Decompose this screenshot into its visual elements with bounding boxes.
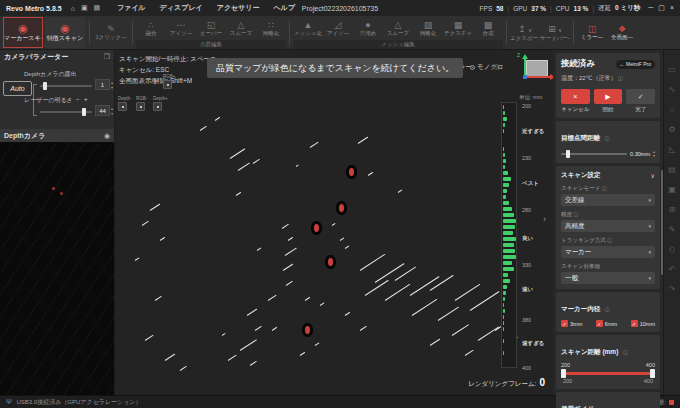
rgb-minus-button[interactable] [136, 102, 145, 111]
histogram-bar [503, 177, 511, 181]
exposure-slider[interactable] [40, 85, 92, 87]
third-party-button[interactable]: ⊞ ∨サードパー― [540, 24, 570, 42]
mirror-button[interactable]: ◫ミラー― [577, 24, 607, 41]
collapse-chevron-icon[interactable]: › [543, 214, 546, 224]
info-icon[interactable]: ⓘ [574, 211, 579, 217]
home-icon[interactable]: ⌂ [71, 5, 75, 12]
scale-zone-label: 遠い [522, 286, 533, 293]
tracking-select[interactable]: マーカー▾ [561, 246, 655, 258]
menu-2[interactable]: アクセサリー [217, 3, 260, 13]
marker-size-checkbox-6mm[interactable]: ✓6mm [596, 320, 617, 327]
cancel-button[interactable]: × [561, 89, 590, 104]
depth-minus-button[interactable] [118, 102, 127, 111]
close-button[interactable]: × [670, 4, 674, 12]
point-distance-slider[interactable] [561, 153, 627, 155]
fuse-button[interactable]: ∴融合 [136, 20, 166, 37]
point-cloud-streak [455, 284, 481, 301]
tool-group-0: ∴融合⋯アイソ―◱オーバー△スムーズ∷簡略化点群編集 [136, 16, 286, 49]
exposure-slider-handle[interactable] [43, 82, 47, 90]
mesh-simplify-button[interactable]: ▨簡略化 [413, 20, 443, 37]
feature-scan-button[interactable]: ◉特徴スキャン [45, 17, 85, 48]
histogram-bar [503, 339, 504, 343]
info-icon[interactable]: ⓘ [602, 185, 607, 191]
object-select[interactable]: 一般▾ [561, 272, 655, 284]
accuracy-select-value: 高精度 [565, 222, 585, 231]
histogram-bar [503, 105, 504, 109]
info-icon[interactable]: ⓘ [618, 75, 623, 81]
box-icon[interactable]: ▣ [668, 186, 676, 194]
mesh-isolation-button[interactable]: ◿アイソ― [323, 20, 353, 37]
mesh-smooth-button[interactable]: △スムーズ [383, 20, 413, 37]
merge-button[interactable]: ▩合成 [473, 20, 503, 37]
info-icon[interactable]: ⓘ [604, 135, 609, 141]
mesh-button[interactable]: ▲メッシュ化 [293, 20, 323, 37]
info-icon[interactable]: ⓘ [607, 237, 612, 243]
overlap-button[interactable]: ◱オーバー [196, 20, 226, 37]
scan-distance-low-handle[interactable] [561, 369, 566, 378]
isolation-button[interactable]: ⋯アイソ― [166, 20, 196, 37]
settings-icon[interactable]: ⚙ [668, 126, 675, 134]
scan-distance-slider[interactable]: 200 400 200 400 [561, 362, 655, 384]
redo-icon[interactable]: ↷ [669, 286, 676, 294]
diamond-icon[interactable]: ◇ [669, 246, 675, 254]
scan-distance-track[interactable] [563, 372, 653, 375]
scan-mode-select[interactable]: 交差線▾ [561, 194, 655, 206]
eye-icon[interactable]: ◉ [104, 132, 110, 140]
depth-plus-button[interactable] [153, 102, 162, 111]
point-distance-stepper[interactable]: ▴▾ [653, 150, 655, 158]
texture-button[interactable]: ▦テクスチャ [443, 20, 473, 37]
scan-viewport[interactable]: スキャン開始/一時停止: スペースキャンセル: ESC全画面表示/解除: Shi… [115, 50, 553, 395]
exposure-value[interactable]: 1 [95, 79, 110, 90]
popout-icon[interactable]: ❒ [104, 53, 110, 61]
undo-icon[interactable]: ↶ [669, 266, 676, 274]
start-button[interactable]: ▶ [594, 89, 623, 104]
scan-distance-high-handle[interactable] [650, 369, 655, 378]
laser-value[interactable]: 44 [95, 105, 110, 116]
marker-scan-button[interactable]: ◉マーカースキャン [3, 17, 43, 48]
folder-icon[interactable]: ▤ [94, 4, 101, 12]
maximize-button[interactable]: ▢ [658, 4, 665, 12]
grid-icon[interactable]: ⊞ [669, 206, 676, 214]
info-icon[interactable]: ⓘ [623, 349, 628, 355]
done-button[interactable]: ✓ [626, 89, 655, 104]
chevron-down-icon[interactable]: ∨ [651, 172, 655, 179]
marker-size-checkbox-3mm[interactable]: ✓3mm [561, 320, 582, 327]
laser-slider-handle[interactable] [82, 108, 86, 116]
recenter-icon[interactable]: ◎ [493, 62, 500, 71]
minimize-button[interactable]: ─ [648, 4, 653, 12]
exposure-stepper[interactable]: ▴▾ [111, 80, 113, 90]
device-badge[interactable]: ← MetroF Pro [616, 60, 655, 69]
lasso-icon[interactable]: ∿ [669, 86, 676, 94]
sidebar-scrollbar[interactable] [661, 170, 663, 275]
menu-3[interactable]: ヘルプ [274, 3, 296, 13]
fill-holes-button[interactable]: ●穴埋め [353, 20, 383, 37]
marker-size-checkbox-10mm[interactable]: ✓10mm [631, 320, 655, 327]
rgb-plus-button[interactable] [163, 80, 172, 89]
laser-stepper[interactable]: ▴▾ [111, 106, 113, 116]
divider [89, 21, 90, 44]
edit-icon[interactable]: ✎ [669, 226, 676, 234]
plane-icon[interactable]: ◺ [669, 146, 675, 154]
laser-minus-button[interactable]: − [76, 96, 80, 102]
point-distance-value[interactable]: 0.30mm [630, 151, 650, 157]
accuracy-select[interactable]: 高精度▾ [561, 220, 655, 232]
menu-0[interactable]: ファイル [117, 3, 146, 13]
auto-button[interactable]: Auto [3, 81, 32, 96]
simplify-button[interactable]: ∷簡略化 [256, 20, 286, 37]
smooth-button[interactable]: △スムーズ [226, 20, 256, 37]
point-distance-label: 目標点間距離 [561, 134, 600, 141]
image-icon[interactable]: ▤ [668, 166, 676, 174]
rect-select-icon[interactable]: ▭ [668, 66, 676, 74]
point-distance-handle[interactable] [566, 150, 570, 158]
circle-select-icon[interactable]: ○ [670, 106, 675, 114]
info-icon[interactable]: ⓘ [605, 306, 610, 312]
export-button[interactable]: ↥ ∨エクスポート [510, 24, 540, 42]
window-icon[interactable]: ▣ [81, 4, 88, 12]
fullscreen-button[interactable]: ❖全画面― [607, 24, 637, 41]
one-click-button[interactable]: ✎ 1クリック― [93, 24, 129, 41]
menu-1[interactable]: ディスプレイ [160, 3, 203, 13]
laser-plus-button[interactable]: + [84, 96, 88, 102]
laser-slider[interactable] [40, 111, 92, 113]
point-cloud-streak [286, 281, 293, 286]
usage-guide-card[interactable]: 使用ガイド [556, 392, 660, 408]
